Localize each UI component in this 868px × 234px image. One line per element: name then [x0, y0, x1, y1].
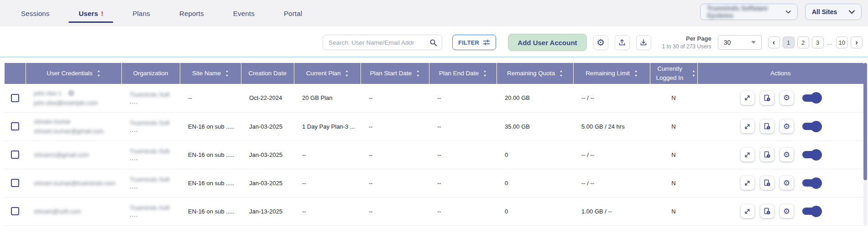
expand-user-button[interactable]: [741, 204, 754, 218]
search-icon[interactable]: [429, 39, 437, 47]
per-page-info: Per Page 1 to 30 of 273 Users: [662, 35, 711, 50]
user-enabled-toggle[interactable]: [802, 151, 821, 158]
pagination-next-button[interactable]: ›: [851, 36, 863, 48]
settings-button[interactable]: ⚙: [593, 35, 608, 50]
sort-arrows-icon[interactable]: ▲▼: [692, 70, 695, 77]
cell-current-plan: --: [294, 197, 361, 225]
tab-bar: SessionsUsers!PlansReportsEventsPortal T…: [0, 0, 868, 26]
user-email: shivam@soft.com: [34, 208, 81, 215]
site-select[interactable]: All Sites: [805, 4, 862, 20]
expand-user-button[interactable]: [741, 148, 754, 161]
user-badge-icon: [68, 90, 74, 96]
tab-events[interactable]: Events: [219, 0, 269, 26]
user-settings-button[interactable]: ⚙: [780, 91, 794, 105]
site-select-value: All Sites: [812, 8, 837, 16]
user-email-line: shivam1@gmail.com: [34, 151, 121, 158]
column-label: Remaining Limit: [586, 69, 630, 78]
column-header-site[interactable]: Site Name▲▼: [180, 63, 241, 84]
sort-arrows-icon[interactable]: ▲▼: [559, 70, 563, 77]
tab-sessions[interactable]: Sessions: [6, 0, 64, 26]
filter-button[interactable]: FILTER: [452, 35, 496, 50]
row-checkbox[interactable]: [11, 179, 19, 187]
sort-arrows-icon[interactable]: ▲▼: [483, 70, 486, 77]
account-info-button[interactable]: [760, 120, 774, 133]
add-user-account-button[interactable]: Add User Account: [508, 34, 586, 51]
row-checkbox[interactable]: [11, 151, 19, 159]
cell-user-credentials: shivam@soft.com: [26, 197, 121, 225]
upload-button[interactable]: [615, 35, 630, 50]
pagination-page-3[interactable]: 3: [812, 36, 824, 48]
sort-arrows-icon[interactable]: ▲▼: [345, 70, 348, 77]
expand-user-button[interactable]: [741, 176, 754, 190]
user-email-line: shivam.kumar@gmail.com: [34, 128, 121, 135]
expand-user-button[interactable]: [741, 120, 754, 133]
column-header-quota[interactable]: Remaining Quota▲▼: [497, 63, 573, 84]
row-checkbox[interactable]: [11, 94, 19, 102]
column-header-logged_in[interactable]: Currently Logged In▲▼: [650, 63, 697, 84]
organization-name: Trueminds Soft: [130, 120, 170, 126]
expand-user-button[interactable]: [741, 91, 754, 105]
pagination-page-10[interactable]: 10: [836, 36, 848, 48]
cell-remaining-limit: 1.00 GB / --: [573, 197, 650, 225]
cell-current-plan: --: [294, 140, 361, 169]
tab-portal[interactable]: Portal: [269, 0, 317, 26]
cell-current-plan: --: [294, 169, 361, 197]
account-info-icon: [763, 94, 771, 102]
user-email: shivam.kumar@trueminds.com: [34, 180, 115, 187]
user-enabled-toggle[interactable]: [802, 123, 821, 130]
user-email: shivam1@gmail.com: [34, 151, 89, 158]
account-info-button[interactable]: [760, 91, 774, 105]
tab-plans[interactable]: Plans: [118, 0, 165, 26]
cell-remaining-limit: -- / --: [573, 140, 650, 169]
column-header-actions: Actions: [697, 63, 863, 84]
user-enabled-toggle[interactable]: [802, 208, 821, 215]
pagination-prev-button[interactable]: ‹: [768, 36, 780, 48]
user-settings-button[interactable]: ⚙: [780, 120, 794, 133]
download-icon: [640, 39, 647, 46]
cell-plan-start-date: --: [361, 197, 429, 225]
cell-user-credentials: shivam1@gmail.com: [26, 140, 121, 169]
pagination-page-1[interactable]: 1: [783, 36, 795, 48]
column-header-limit[interactable]: Remaining Limit▲▼: [573, 63, 650, 84]
column-header-plan_start[interactable]: Plan Start Date▲▼: [361, 63, 429, 84]
user-settings-button[interactable]: ⚙: [780, 176, 794, 190]
header-select-column: [5, 63, 26, 84]
page-size-select[interactable]: 30: [718, 35, 762, 50]
tab-label: Events: [233, 10, 255, 17]
download-button[interactable]: [636, 35, 651, 50]
account-info-button[interactable]: [760, 176, 774, 190]
user-enabled-toggle[interactable]: [802, 94, 821, 102]
cell-plan-end-date: --: [429, 112, 497, 140]
tab-users[interactable]: Users!: [64, 0, 118, 26]
user-settings-button[interactable]: ⚙: [780, 204, 794, 218]
account-info-button[interactable]: [760, 204, 774, 218]
table-scrollbar-thumb[interactable]: [863, 63, 867, 180]
column-label: Remaining Quota: [507, 69, 555, 78]
cell-actions: ⚙: [697, 197, 863, 225]
tenant-select[interactable]: Trueminds Software Systems: [700, 4, 798, 20]
user-settings-button[interactable]: ⚙: [780, 148, 794, 161]
cell-current-plan: 20 GB Plan: [294, 84, 361, 112]
tab-label: Sessions: [21, 10, 49, 17]
sort-arrows-icon[interactable]: ▲▼: [97, 70, 100, 77]
toggle-knob: [810, 177, 822, 189]
cell-select: [5, 169, 26, 197]
column-header-plan_end[interactable]: Plan End Date▲▼: [429, 63, 497, 84]
cell-actions: ⚙: [697, 84, 863, 112]
column-header-credentials[interactable]: User Credentials▲▼: [26, 63, 121, 84]
page-size-value: 30: [724, 39, 731, 46]
sort-arrows-icon[interactable]: ▲▼: [225, 70, 229, 77]
account-info-button[interactable]: [760, 148, 774, 161]
user-enabled-toggle[interactable]: [802, 179, 821, 187]
tab-reports[interactable]: Reports: [165, 0, 219, 26]
row-checkbox[interactable]: [11, 122, 19, 130]
column-header-plan[interactable]: Current Plan▲▼: [294, 63, 361, 84]
search-input[interactable]: [329, 39, 429, 46]
account-info-icon: [763, 179, 771, 187]
sort-arrows-icon[interactable]: ▲▼: [416, 70, 419, 77]
gear-icon: ⚙: [783, 94, 790, 102]
sort-arrows-icon[interactable]: ▲▼: [634, 70, 638, 77]
account-info-icon: [763, 151, 771, 158]
row-checkbox[interactable]: [11, 207, 19, 215]
pagination-page-2[interactable]: 2: [797, 36, 809, 48]
